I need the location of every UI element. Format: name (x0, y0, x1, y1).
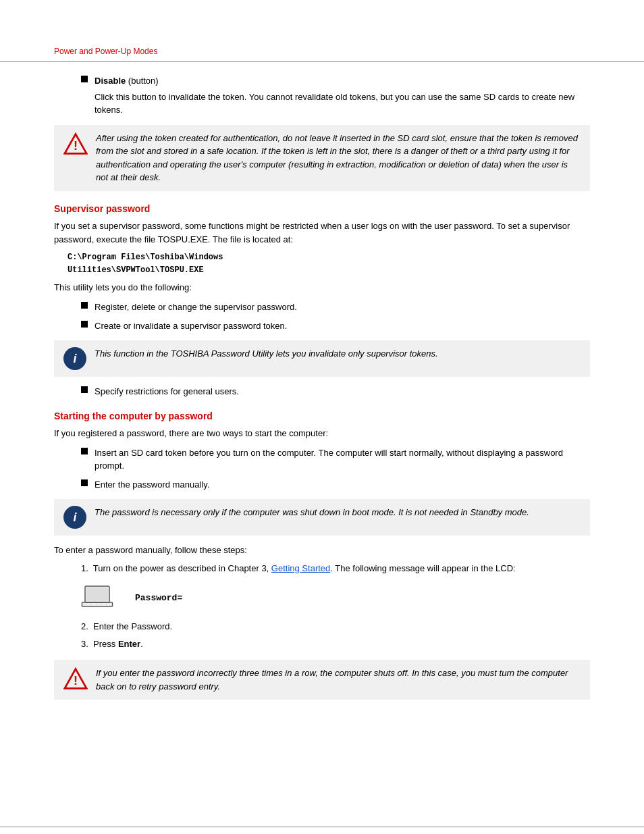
step-1: 1. Turn on the power as described in Cha… (81, 562, 590, 576)
warning-text-2: If you enter the password incorrectly th… (96, 667, 581, 693)
bullet-square-icon (81, 386, 88, 393)
steps-label: To enter a password manually, follow the… (54, 544, 590, 558)
starting-bullet2-text: Enter the password manually. (95, 478, 209, 492)
info-note-text-2: The password is necessary only if the co… (95, 506, 529, 519)
info-icon-1: i (63, 347, 86, 370)
step1-link: Getting Started (271, 563, 330, 573)
breadcrumb: Power and Power-Up Modes (54, 47, 157, 56)
bullet-square-icon (81, 479, 88, 486)
bullet-square-icon (81, 321, 88, 328)
svg-rect-3 (86, 587, 109, 601)
svg-text:!: ! (74, 674, 78, 687)
supervisor-bullet2-text: Create or invalidate a supervisor passwo… (95, 319, 287, 333)
bullet-square-icon (81, 448, 88, 454)
starting-bullet1-text: Insert an SD card token before you turn … (95, 446, 590, 473)
steps-list-2: 2. Enter the Password. 3. Press Enter. (81, 620, 590, 652)
disable-suffix: (button) (126, 76, 158, 86)
disable-button-label: Disable (button) (95, 74, 159, 88)
supervisor-bullet1: Register, delete or change the superviso… (81, 301, 590, 314)
warning-text-1: After using the token created for authen… (96, 132, 581, 184)
steps-list: 1. Turn on the power as described in Cha… (81, 562, 590, 576)
info-note-text-1: This function in the TOSHIBA Password Ut… (95, 347, 438, 361)
step3-bold: Enter (118, 639, 140, 649)
supervisor-password-heading: Supervisor password (54, 203, 590, 214)
warning-note-box-2: ! If you enter the password incorrectly … (54, 660, 590, 700)
code-block: C:\Program Files\Toshiba\Windows Utiliti… (68, 251, 590, 277)
utility-label: This utility lets you do the following: (54, 281, 590, 295)
svg-rect-5 (83, 603, 111, 605)
main-content: Disable (button) Click this button to in… (0, 62, 644, 748)
step-2: 2. Enter the Password. (81, 620, 590, 634)
step3-prefix: Press (93, 639, 118, 649)
step3-suffix: . (140, 639, 143, 649)
code-line2: Utilities\SVPWTool\TOSPU.EXE (68, 264, 590, 277)
password-prompt-label: Password= (135, 593, 182, 603)
starting-intro: If you registered a password, there are … (54, 427, 590, 441)
supervisor-bullet2: Create or invalidate a supervisor passwo… (81, 319, 590, 333)
info-note-box-1: i This function in the TOSHIBA Password … (54, 340, 590, 377)
header-bar: Power and Power-Up Modes (0, 41, 644, 62)
svg-text:!: ! (74, 139, 78, 153)
disable-button-item: Disable (button) (81, 74, 590, 88)
warning-icon-2: ! (63, 667, 88, 691)
code-line1: C:\Program Files\Toshiba\Windows (68, 251, 590, 264)
supervisor-bullet3: Specify restrictions for general users. (81, 385, 590, 398)
disable-description: Click this button to invalidate the toke… (95, 90, 590, 117)
disable-label: Disable (95, 76, 126, 86)
warning-icon-1: ! (63, 132, 88, 156)
supervisor-intro: If you set a supervisor password, some f… (54, 219, 590, 248)
supervisor-bullet3-text: Specify restrictions for general users. (95, 385, 239, 398)
supervisor-bullet1-text: Register, delete or change the superviso… (95, 301, 297, 314)
starting-bullet2: Enter the password manually. (81, 478, 590, 492)
step1-suffix: . The following message will appear in t… (330, 563, 515, 573)
starting-by-password-heading: Starting the computer by password (54, 411, 590, 421)
laptop-icon (81, 583, 122, 613)
bullet-square-icon (81, 302, 88, 309)
step-3: 3. Press Enter. (81, 637, 590, 652)
warning-note-box-1: ! After using the token created for auth… (54, 125, 590, 191)
page: Power and Power-Up Modes Disable (button… (0, 41, 644, 834)
step1-text: Turn on the power as described in Chapte… (93, 563, 271, 573)
info-icon-2: i (63, 506, 86, 529)
bullet-square-icon (81, 76, 88, 82)
info-note-box-2: i The password is necessary only if the … (54, 499, 590, 536)
step2-text: Enter the Password. (93, 621, 172, 631)
laptop-password-display: Password= (81, 583, 590, 613)
footer-bar: 6-16 User's Manual (0, 827, 644, 834)
starting-bullet1: Insert an SD card token before you turn … (81, 446, 590, 473)
